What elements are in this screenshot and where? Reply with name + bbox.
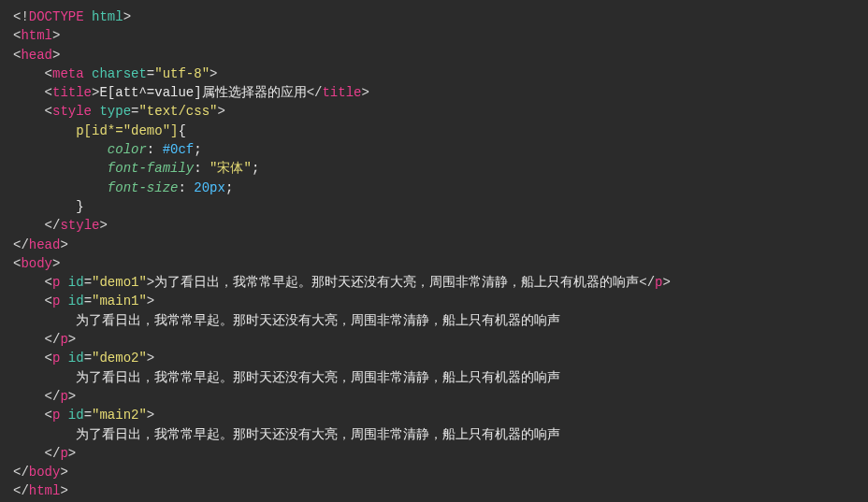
code-line: } xyxy=(13,197,855,216)
code-line: font-size: 20px; xyxy=(13,179,855,197)
code-line: <meta charset="utf-8"> xyxy=(13,65,855,83)
code-line: <p id="demo1">为了看日出，我常常早起。那时天还没有大亮，周围非常清… xyxy=(13,273,855,292)
code-line: <p id="main1"> xyxy=(13,292,855,310)
code-line: 为了看日出，我常常早起。那时天还没有大亮，周围非常清静，船上只有机器的响声 xyxy=(13,311,855,330)
code-line: 为了看日出，我常常早起。那时天还没有大亮，周围非常清静，船上只有机器的响声 xyxy=(13,368,855,387)
code-line: </p> xyxy=(13,330,855,349)
code-line: </html> xyxy=(13,481,855,500)
code-line: 为了看日出，我常常早起。那时天还没有大亮，周围非常清静，船上只有机器的响声 xyxy=(13,425,855,444)
code-line: <style type="text/css"> xyxy=(13,102,855,121)
code-line: <html> xyxy=(13,26,855,45)
code-line: font-family: "宋体"; xyxy=(13,159,855,178)
code-line: color: #0cf; xyxy=(13,140,855,159)
code-line: <title>E[att^=value]属性选择器的应用</title> xyxy=(13,83,855,102)
code-line: <head> xyxy=(13,46,855,65)
code-line: </head> xyxy=(13,236,855,254)
code-line: </style> xyxy=(13,216,855,235)
code-editor[interactable]: <!DOCTYPE html> <html> <head> <meta char… xyxy=(13,7,855,501)
code-line: </body> xyxy=(13,463,855,481)
code-line: p[id*="demo"]{ xyxy=(13,122,855,140)
code-line: <body> xyxy=(13,254,855,273)
code-line: <!DOCTYPE html> xyxy=(13,7,855,26)
code-line: <p id="demo2"> xyxy=(13,349,855,367)
code-line: </p> xyxy=(13,444,855,463)
code-line: <p id="main2"> xyxy=(13,406,855,424)
code-line: </p> xyxy=(13,387,855,406)
